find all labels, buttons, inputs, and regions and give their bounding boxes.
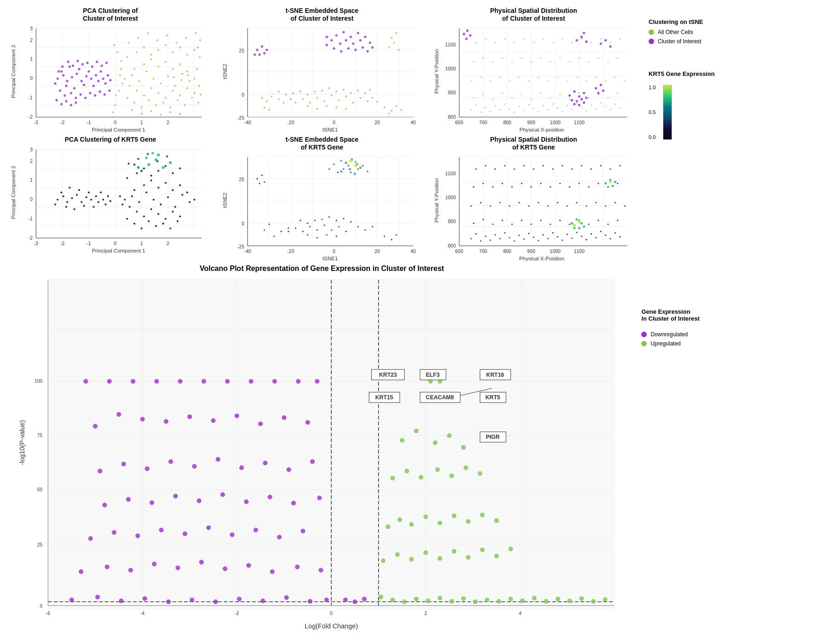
svg-point-437 [145,191,147,193]
svg-point-809 [206,525,211,530]
svg-point-439 [160,203,161,205]
svg-point-448 [165,182,167,184]
svg-point-248 [340,50,342,52]
svg-point-33 [167,75,169,77]
svg-point-219 [388,46,390,48]
svg-point-105 [200,93,201,95]
svg-point-580 [264,181,265,183]
svg-text:Principal Component 1: Principal Component 1 [92,126,145,132]
svg-point-498 [92,206,94,207]
svg-point-253 [371,46,374,48]
svg-point-671 [499,202,500,203]
svg-point-387 [585,40,587,43]
svg-point-859 [452,513,456,518]
svg-point-673 [518,202,520,203]
svg-point-397 [575,100,578,102]
svg-point-819 [199,560,204,564]
svg-point-881 [473,599,477,604]
pca-krt5-plot: PCA Clustering of KRT5 Gene [5,133,216,262]
svg-point-573 [357,168,359,170]
svg-point-292 [509,108,510,109]
svg-text:-3: -3 [34,120,38,125]
svg-point-58 [141,106,143,108]
svg-point-770 [249,379,253,384]
svg-point-470 [136,172,138,174]
svg-point-590 [349,168,351,170]
svg-point-87 [160,114,161,115]
svg-point-447 [157,187,159,189]
svg-point-222 [391,37,392,39]
svg-point-242 [330,39,333,41]
svg-point-848 [404,469,409,473]
svg-point-208 [343,89,345,91]
svg-text:100: 100 [34,379,42,384]
svg-point-869 [466,555,471,560]
svg-text:ELF3: ELF3 [426,372,440,378]
svg-point-455 [143,215,145,217]
svg-point-446 [150,179,152,181]
svg-point-686 [483,183,484,184]
svg-point-124 [90,77,92,80]
svg-point-705 [514,168,515,170]
svg-point-540 [309,226,310,227]
svg-point-698 [598,183,599,184]
svg-point-259 [265,48,268,51]
svg-point-306 [576,103,577,104]
svg-text:1100: 1100 [445,42,456,47]
svg-point-141 [94,94,96,97]
svg-text:-1: -1 [29,95,33,100]
svg-point-503 [104,203,106,205]
svg-point-59 [148,99,150,101]
svg-point-657 [521,219,522,221]
svg-point-623 [485,236,486,237]
svg-point-487 [71,197,73,199]
svg-point-484 [54,203,56,205]
svg-point-209 [350,92,352,94]
svg-point-389 [599,42,602,45]
svg-point-883 [496,599,501,604]
svg-point-842 [400,438,404,443]
svg-point-375 [571,42,573,43]
svg-point-156 [56,99,58,101]
svg-point-145 [58,70,60,72]
svg-point-829 [166,599,171,604]
svg-point-435 [131,195,133,197]
pca-cluster-plot: PCA Clustering ofCluster of Interest [5,5,216,133]
svg-point-838 [352,599,357,604]
svg-point-477 [128,162,130,164]
svg-point-331 [617,92,618,93]
svg-point-147 [67,60,69,63]
svg-point-876 [414,597,419,601]
svg-point-71 [165,44,167,46]
svg-point-203 [376,101,378,103]
svg-point-689 [511,186,512,187]
svg-point-315 [619,107,621,109]
svg-point-578 [261,174,263,176]
svg-point-516 [137,166,139,168]
svg-point-441 [174,206,176,207]
svg-text:-3: -3 [34,241,38,246]
svg-point-38 [143,63,145,65]
svg-point-30 [145,70,147,72]
spatial-cluster-svg: 600 700 800 900 1000 1100 800 900 1000 1… [430,23,637,134]
tsne-cluster-svg: -40 -20 0 20 40 -25 0 25 tSNE1 tSNE2 [218,23,426,134]
svg-point-327 [579,92,580,93]
svg-point-57 [133,102,135,104]
svg-point-813 [301,529,305,533]
svg-point-85 [141,113,143,115]
svg-text:1100: 1100 [445,171,456,176]
svg-point-112 [54,82,56,84]
svg-point-442 [181,194,183,196]
svg-text:KRT15: KRT15 [375,394,393,401]
svg-point-328 [588,97,589,98]
svg-point-725 [612,184,614,187]
svg-text:0: 0 [30,197,33,202]
svg-point-39 [150,58,152,60]
svg-point-559 [328,216,330,218]
svg-point-390 [604,39,607,41]
svg-text:0: 0 [333,120,335,125]
svg-point-682 [605,205,606,207]
svg-text:2: 2 [30,37,33,42]
svg-point-44 [186,70,188,72]
svg-point-659 [540,219,541,221]
